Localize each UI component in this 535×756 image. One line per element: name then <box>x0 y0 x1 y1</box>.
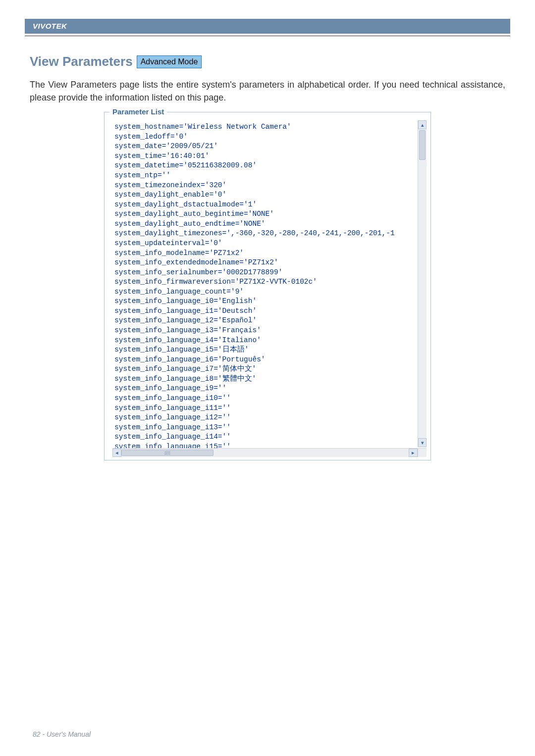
header-band: VIVOTEK <box>25 19 510 34</box>
advanced-mode-badge: Advanced Mode <box>137 55 202 68</box>
scroll-left-arrow-icon[interactable]: ◂ <box>112 449 121 457</box>
scroll-down-arrow-icon[interactable]: ▾ <box>418 438 427 447</box>
vertical-scroll-thumb[interactable] <box>419 130 426 160</box>
horizontal-scrollbar[interactable]: ◂ ▸ <box>112 448 418 457</box>
footer-text: 82 - User's Manual <box>33 730 91 738</box>
fieldset-legend: Parameter List <box>109 107 167 116</box>
vertical-scrollbar[interactable]: ▴ ▾ <box>418 120 427 447</box>
brand-text: VIVOTEK <box>33 22 67 30</box>
title-row: View Parameters Advanced Mode <box>30 54 505 69</box>
header-rule <box>25 36 510 36</box>
scroll-grip-icon <box>165 451 170 455</box>
horizontal-scroll-track[interactable] <box>121 450 409 456</box>
parameter-list-fieldset: Parameter List system_hostname='Wireless… <box>104 112 431 460</box>
scrollbar-corner <box>418 448 427 457</box>
scroll-right-arrow-icon[interactable]: ▸ <box>409 449 418 457</box>
intro-text: The View Parameters page lists the entir… <box>30 78 505 104</box>
horizontal-scroll-thumb[interactable] <box>121 450 214 456</box>
page-title: View Parameters <box>30 54 133 69</box>
parameter-textarea[interactable]: system_hostname='Wireless Network Camera… <box>112 120 427 457</box>
scroll-up-arrow-icon[interactable]: ▴ <box>418 120 427 129</box>
parameter-text-content: system_hostname='Wireless Network Camera… <box>112 120 427 457</box>
page-footer: 82 - User's Manual <box>0 730 535 738</box>
